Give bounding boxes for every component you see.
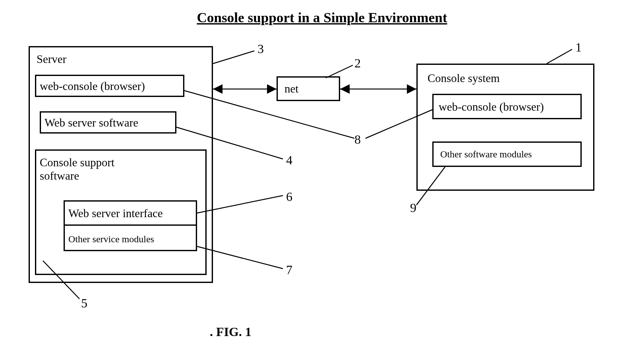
other-service-modules-label: Other service modules bbox=[68, 234, 154, 244]
web-server-software-label: Web server software bbox=[45, 116, 138, 129]
net-label: net bbox=[284, 82, 298, 95]
ref-num-7: 7 bbox=[286, 262, 292, 277]
svg-marker-5 bbox=[407, 84, 416, 94]
svg-marker-4 bbox=[340, 84, 350, 94]
console-support-software-label: Console support software bbox=[40, 156, 135, 182]
svg-line-6 bbox=[547, 49, 572, 64]
ref-num-2: 2 bbox=[354, 56, 361, 71]
svg-line-8 bbox=[213, 51, 254, 64]
ref-num-1: 1 bbox=[575, 40, 582, 55]
server-web-console-label: web-console (browser) bbox=[40, 79, 145, 93]
console-other-modules-label: Other software modules bbox=[440, 149, 532, 160]
diagram-title-text: Console support in a Simple Environment bbox=[197, 10, 447, 25]
diagram-canvas: Console support in a Simple Environment … bbox=[0, 0, 644, 351]
svg-line-7 bbox=[326, 65, 353, 78]
ref-num-8: 8 bbox=[354, 132, 361, 147]
console-web-console-label: web-console (browser) bbox=[439, 100, 544, 114]
ref-num-4: 4 bbox=[286, 153, 292, 168]
figure-caption: . FIG. 1 bbox=[210, 324, 251, 339]
ref-num-6: 6 bbox=[286, 189, 292, 204]
console-system-title: Console system bbox=[428, 72, 500, 85]
svg-marker-2 bbox=[267, 84, 277, 94]
ref-num-3: 3 bbox=[257, 41, 264, 56]
ref-num-5: 5 bbox=[81, 296, 87, 311]
server-title: Server bbox=[37, 52, 66, 66]
diagram-title: Console support in a Simple Environment bbox=[0, 10, 644, 26]
web-server-interface-label: Web server interface bbox=[68, 207, 163, 220]
ref-num-9: 9 bbox=[410, 200, 416, 215]
svg-marker-1 bbox=[213, 84, 223, 94]
